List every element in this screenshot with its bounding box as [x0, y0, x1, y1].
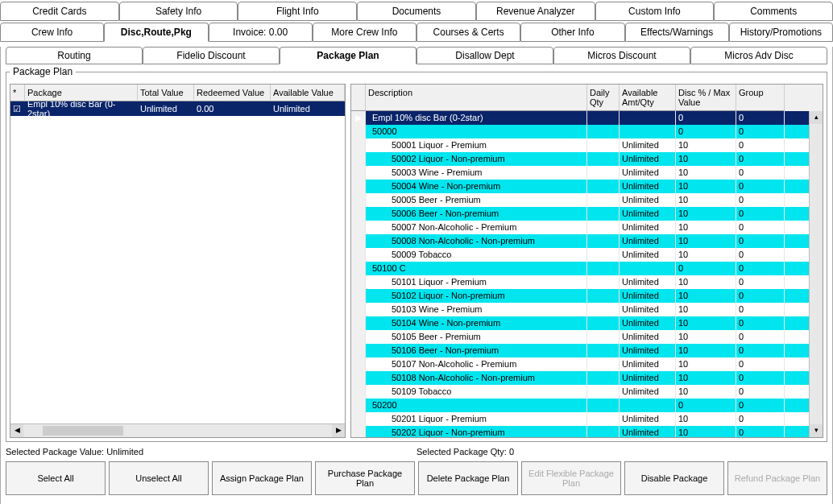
selected-package-value-label: Selected Package Value: Unlimited — [6, 447, 416, 456]
row-cell: Unlimited — [620, 152, 676, 166]
detail-row[interactable]: 50103 Wine - PremiumUnlimited100 — [351, 303, 809, 316]
tab-credit-cards[interactable]: Credit Cards — [0, 2, 119, 21]
tab-effects-warnings[interactable]: Effects/Warnings — [625, 23, 729, 42]
tab-custom-info[interactable]: Custom Info — [595, 2, 715, 21]
assign-package-plan-button[interactable]: Assign Package Plan — [212, 461, 312, 495]
detail-row[interactable]: 50109 TobaccoUnlimited100 — [351, 385, 809, 399]
scroll-right-icon[interactable]: ▶ — [332, 424, 345, 437]
delete-package-plan-button[interactable]: Delete Package Plan — [418, 461, 518, 495]
row-cell: 0 — [736, 303, 785, 316]
tab-more-crew-info[interactable]: More Crew Info — [313, 23, 416, 42]
tab-safety-info[interactable]: Safety Info — [119, 2, 238, 21]
detail-row[interactable]: 50001 Liquor - PremiumUnlimited100 — [351, 138, 809, 152]
row-cursor — [351, 138, 366, 152]
detail-row[interactable]: 50003 Wine - PremiumUnlimited100 — [351, 166, 809, 180]
scroll-thumb[interactable] — [43, 426, 123, 436]
row-cell — [587, 330, 620, 344]
detail-row[interactable]: 50202 Liquor - Non-premiumUnlimited100 — [351, 426, 809, 437]
detail-row[interactable]: 50009 TobaccoUnlimited100 — [351, 248, 809, 262]
disable-package-button[interactable]: Disable Package — [624, 461, 724, 495]
packages-body[interactable]: ☑Empl 10% disc Bar (0-2star)Unlimited0.0… — [10, 101, 346, 438]
subtab-package-plan[interactable]: Package Plan — [280, 47, 416, 64]
detail-row[interactable]: 50105 Beer - PremiumUnlimited100 — [351, 330, 809, 344]
row-cell: 0 — [736, 193, 785, 207]
tab-invoice-0-00[interactable]: Invoice: 0.00 — [209, 23, 313, 42]
row-cell: 10 — [676, 152, 736, 166]
tab-documents[interactable]: Documents — [357, 2, 476, 21]
tab-other-info[interactable]: Other Info — [520, 23, 624, 42]
row-cell: 10 — [676, 357, 736, 371]
tab-flight-info[interactable]: Flight Info — [238, 2, 357, 21]
purchase-package-plan-button[interactable]: Purchase Package Plan — [315, 461, 415, 495]
detail-row[interactable]: 50201 Liquor - PremiumUnlimited100 — [351, 412, 809, 426]
row-cell: 0 — [676, 399, 736, 412]
row-cell — [587, 180, 620, 193]
select-all-button[interactable]: Select All — [6, 461, 106, 495]
package-row[interactable]: ☑Empl 10% disc Bar (0-2star)Unlimited0.0… — [10, 101, 345, 116]
detail-row[interactable]: 5020000 — [351, 399, 809, 412]
row-cell: 0 — [736, 385, 785, 399]
sub-tabs-row: RoutingFidelio DiscountPackage PlanDisal… — [6, 47, 827, 64]
detail-row[interactable]: 50002 Liquor - Non-premiumUnlimited100 — [351, 152, 809, 166]
row-cell: Unlimited — [620, 357, 676, 371]
detail-row[interactable]: 50102 Liquor - Non-premiumUnlimited100 — [351, 289, 809, 303]
package-checkbox[interactable]: ☑ — [10, 104, 25, 114]
detail-row[interactable]: 50101 Liquor - PremiumUnlimited100 — [351, 275, 809, 289]
detail-header-available-amt-qty[interactable]: Available Amt/Qty — [620, 85, 676, 111]
tab-comments[interactable]: Comments — [714, 2, 833, 21]
row-description: 50008 Non-Alcoholic - Non-premium — [366, 234, 587, 248]
row-cursor — [351, 152, 366, 166]
row-cell — [620, 262, 676, 275]
row-cell — [587, 275, 620, 289]
detail-row[interactable]: ▶Empl 10% disc Bar (0-2star)00 — [351, 111, 809, 125]
detail-header-daily-qty[interactable]: Daily Qty — [587, 85, 620, 111]
row-cell: 0 — [736, 357, 785, 371]
detail-header-cursor[interactable] — [351, 85, 366, 111]
subtab-disallow-dept[interactable]: Disallow Dept — [416, 47, 553, 64]
tab-courses-certs[interactable]: Courses & Certs — [416, 23, 520, 42]
detail-row[interactable]: 50107 Non-Alcoholic - PremiumUnlimited10… — [351, 357, 809, 371]
pkg-header-package[interactable]: Package — [25, 85, 138, 101]
pkg-header--[interactable]: * — [10, 85, 25, 101]
pkg-header-available-value[interactable]: Available Value — [271, 85, 345, 101]
subtab-routing[interactable]: Routing — [6, 47, 143, 64]
h-scrollbar[interactable]: ◀ ▶ — [10, 423, 345, 437]
subtab-micros-discount[interactable]: Micros Discount — [553, 47, 690, 64]
subtab-micros-adv-disc[interactable]: Micros Adv Disc — [690, 47, 827, 64]
detail-header-disc-max-value[interactable]: Disc % / Max Value — [676, 85, 736, 111]
detail-row[interactable]: 50108 Non-Alcoholic - Non-premiumUnlimit… — [351, 371, 809, 385]
detail-row[interactable]: 50004 Wine - Non-premiumUnlimited100 — [351, 180, 809, 193]
row-cell — [587, 234, 620, 248]
row-cursor — [351, 262, 366, 275]
detail-row[interactable]: 5000000 — [351, 125, 809, 138]
row-cell — [587, 385, 620, 399]
detail-row[interactable]: 50008 Non-Alcoholic - Non-premiumUnlimit… — [351, 234, 809, 248]
detail-row[interactable]: 50006 Beer - Non-premiumUnlimited100 — [351, 207, 809, 221]
detail-row[interactable]: 50104 Wine - Non-premiumUnlimited100 — [351, 316, 809, 330]
pkg-header-redeemed-value[interactable]: Redeemed Value — [194, 85, 271, 101]
row-cell: Unlimited — [620, 180, 676, 193]
tab-disc-route-pkg[interactable]: Disc,Route,Pkg — [104, 23, 208, 42]
details-header: DescriptionDaily QtyAvailable Amt/QtyDis… — [350, 84, 823, 111]
detail-header-group[interactable]: Group — [736, 85, 785, 111]
subtab-fidelio-discount[interactable]: Fidelio Discount — [143, 47, 280, 64]
tab-revenue-analyzer[interactable]: Revenue Analyzer — [476, 2, 595, 21]
unselect-all-button[interactable]: Unselect All — [109, 461, 209, 495]
scroll-down-icon[interactable]: ▾ — [810, 424, 823, 437]
tab-history-promotions[interactable]: History/Promotions — [729, 23, 833, 42]
detail-row[interactable]: 50100 C00 — [351, 262, 809, 275]
detail-row[interactable]: 50005 Beer - PremiumUnlimited100 — [351, 193, 809, 207]
details-body[interactable]: ▶Empl 10% disc Bar (0-2star)005000000500… — [351, 111, 809, 437]
row-description: 50109 Tobacco — [366, 385, 587, 399]
pkg-header-total-value[interactable]: Total Value — [138, 85, 194, 101]
scroll-up-icon[interactable]: ▴ — [810, 111, 823, 124]
detail-row[interactable]: 50007 Non-Alcoholic - PremiumUnlimited10… — [351, 221, 809, 234]
row-cell: Unlimited — [620, 344, 676, 357]
row-cursor — [351, 221, 366, 234]
row-cell: 10 — [676, 180, 736, 193]
detail-header-description[interactable]: Description — [366, 85, 587, 111]
detail-row[interactable]: 50106 Beer - Non-premiumUnlimited100 — [351, 344, 809, 357]
v-scrollbar[interactable]: ▴ ▾ — [809, 111, 823, 437]
scroll-left-icon[interactable]: ◀ — [10, 424, 23, 437]
tab-crew-info[interactable]: Crew Info — [0, 23, 104, 42]
